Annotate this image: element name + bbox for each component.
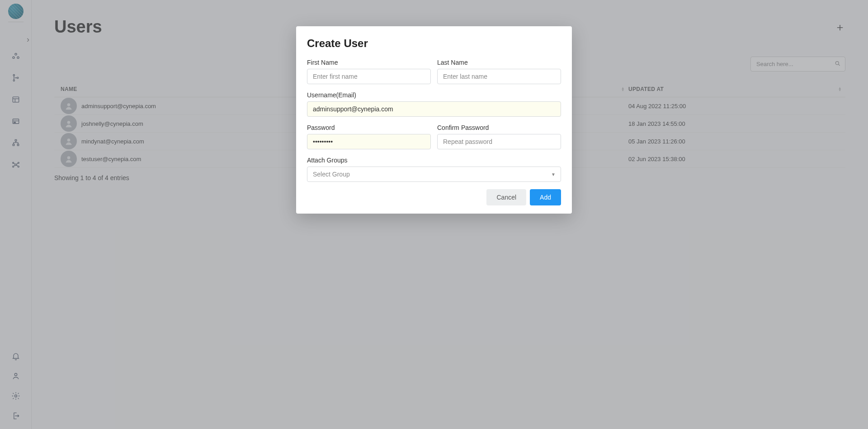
first-name-label: First Name bbox=[307, 59, 431, 66]
password-field[interactable] bbox=[307, 134, 431, 149]
first-name-field[interactable] bbox=[307, 69, 431, 84]
attach-groups-label: Attach Groups bbox=[307, 157, 561, 164]
confirm-password-field[interactable] bbox=[437, 134, 561, 149]
confirm-password-label: Confirm Password bbox=[437, 124, 561, 131]
username-label: Username(Email) bbox=[307, 91, 561, 99]
attach-groups-select[interactable] bbox=[307, 167, 561, 182]
username-field[interactable] bbox=[307, 101, 561, 117]
create-user-modal: Create User First Name Last Name Usernam… bbox=[296, 26, 572, 214]
cancel-button[interactable]: Cancel bbox=[486, 189, 526, 205]
password-label: Password bbox=[307, 124, 431, 131]
last-name-label: Last Name bbox=[437, 59, 561, 66]
modal-title: Create User bbox=[307, 37, 561, 50]
modal-overlay: Create User First Name Last Name Usernam… bbox=[0, 0, 868, 429]
add-button[interactable]: Add bbox=[530, 189, 561, 205]
last-name-field[interactable] bbox=[437, 69, 561, 84]
